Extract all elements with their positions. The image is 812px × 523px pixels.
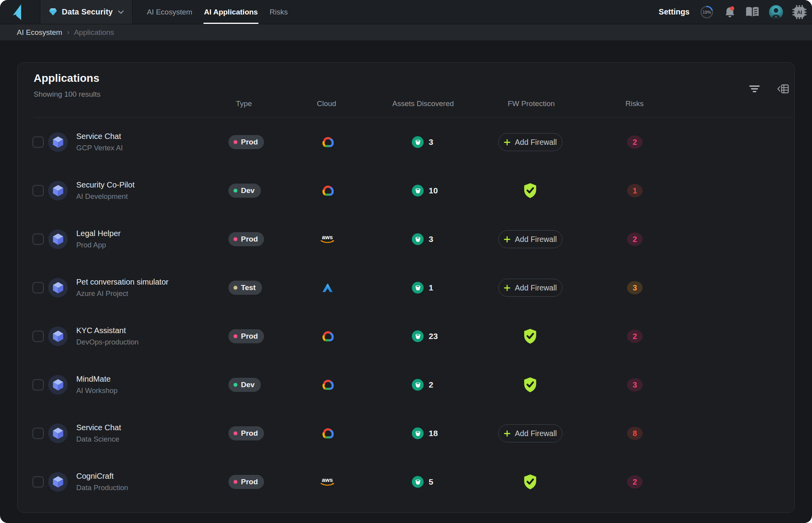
add-firewall-button[interactable]: Add Firewall bbox=[498, 424, 562, 442]
env-type-badge: Prod bbox=[228, 426, 264, 440]
table-row[interactable]: Legal Helper Prod App Prod aws 3 Add Fir… bbox=[18, 215, 794, 263]
row-checkbox[interactable] bbox=[32, 331, 44, 342]
column-header-type: Type bbox=[236, 99, 252, 108]
table-row[interactable]: Service Chat Data Science Prod 18 Add Fi… bbox=[18, 409, 794, 458]
fw-protection-cell: Add Firewall bbox=[498, 230, 565, 248]
tab-ai-ecosystem[interactable]: AI Ecosystem bbox=[147, 0, 192, 24]
results-count: Showing 100 results bbox=[34, 90, 101, 99]
row-checkbox[interactable] bbox=[32, 476, 44, 488]
notifications-bell-icon[interactable] bbox=[724, 6, 736, 18]
env-type-badge: Prod bbox=[228, 232, 264, 246]
risk-count-badge[interactable]: 3 bbox=[627, 281, 643, 294]
app-cube-icon bbox=[48, 472, 68, 492]
chevron-down-icon bbox=[118, 10, 124, 14]
env-type-dot-icon bbox=[234, 431, 237, 435]
user-avatar[interactable] bbox=[769, 5, 783, 19]
breadcrumb-current: Applications bbox=[74, 28, 114, 37]
cloud-gcp-icon bbox=[320, 379, 335, 391]
assets-cell: 2 bbox=[412, 379, 433, 391]
add-firewall-button[interactable]: Add Firewall bbox=[498, 279, 562, 297]
column-header-risks: Risks bbox=[625, 99, 643, 108]
docs-book-icon[interactable] bbox=[745, 6, 760, 18]
row-checkbox[interactable] bbox=[32, 379, 44, 391]
add-firewall-button[interactable]: Add Firewall bbox=[498, 133, 562, 151]
add-firewall-button[interactable]: Add Firewall bbox=[498, 230, 562, 248]
app-name: MindMate bbox=[76, 375, 118, 384]
env-type-label: Prod bbox=[241, 332, 258, 341]
risk-count-badge[interactable]: 3 bbox=[627, 378, 643, 391]
row-checkbox[interactable] bbox=[32, 234, 44, 245]
app-name: Security Co-Pilot bbox=[76, 180, 135, 189]
firewall-protected-icon bbox=[523, 474, 537, 490]
row-checkbox[interactable] bbox=[32, 282, 44, 294]
table-collapse-icon bbox=[777, 84, 789, 94]
breadcrumb-separator-icon: › bbox=[67, 28, 69, 36]
row-checkbox[interactable] bbox=[32, 428, 44, 439]
app-subtitle: AI Workshop bbox=[76, 386, 118, 395]
column-header-assets: Assets Discovered bbox=[392, 99, 454, 108]
usage-progress-ring[interactable]: 19% bbox=[699, 4, 715, 20]
assets-cell: 3 bbox=[412, 233, 433, 245]
app-text: Pet conversation simulator Azure AI Proj… bbox=[76, 278, 169, 298]
assets-bucket-icon bbox=[412, 282, 424, 294]
column-settings-button[interactable] bbox=[775, 82, 791, 96]
app-cube-icon bbox=[48, 375, 68, 395]
fw-protection-cell: Add Firewall bbox=[498, 424, 565, 442]
row-checkbox[interactable] bbox=[32, 137, 44, 148]
fw-protection-cell bbox=[498, 474, 565, 490]
env-type-label: Prod bbox=[241, 429, 258, 438]
risk-count-badge[interactable]: 2 bbox=[627, 330, 643, 343]
row-checkbox[interactable] bbox=[32, 185, 44, 197]
fw-protection-cell bbox=[498, 377, 565, 393]
table-row[interactable]: Security Co-Pilot AI Development Dev 10 … bbox=[18, 166, 794, 215]
app-text: CogniCraft Data Production bbox=[76, 472, 128, 492]
risk-count-badge[interactable]: 2 bbox=[627, 135, 643, 149]
app-subtitle: Data Science bbox=[76, 435, 121, 444]
topbar-actions: Settings 19% bbox=[659, 0, 812, 24]
risk-count-badge[interactable]: 8 bbox=[627, 427, 643, 440]
app-name: CogniCraft bbox=[76, 472, 128, 481]
env-type-dot-icon bbox=[234, 480, 237, 484]
breadcrumb-parent[interactable]: AI Ecosystem bbox=[17, 28, 62, 37]
env-type-badge: Prod bbox=[228, 475, 264, 489]
app-cube-icon bbox=[48, 181, 68, 200]
app-subtitle: Prod App bbox=[76, 241, 120, 249]
table-row[interactable]: CogniCraft Data Production Prod aws 5 2 bbox=[18, 458, 794, 506]
workspace-switcher[interactable]: Data Security bbox=[40, 0, 133, 24]
settings-button[interactable]: Settings bbox=[659, 7, 690, 16]
app-cube-icon bbox=[48, 424, 68, 443]
page-title: Applications bbox=[34, 72, 99, 85]
table-row[interactable]: KYC Assistant DevOps-production Prod 23 … bbox=[18, 312, 794, 361]
table-row[interactable]: Service Chat GCP Vertex AI Prod 3 Add Fi… bbox=[18, 118, 794, 166]
app-cube-icon bbox=[48, 326, 68, 346]
svg-text:aws: aws bbox=[322, 477, 333, 483]
table-row[interactable]: Pet conversation simulator Azure AI Proj… bbox=[18, 263, 794, 312]
logo-icon bbox=[11, 4, 29, 21]
risk-count-badge[interactable]: 1 bbox=[627, 184, 643, 197]
env-type-label: Prod bbox=[241, 478, 258, 486]
app-cube-icon bbox=[48, 278, 68, 298]
env-type-dot-icon bbox=[234, 383, 237, 387]
risk-count-badge[interactable]: 2 bbox=[627, 475, 643, 489]
fw-protection-cell: Add Firewall bbox=[498, 133, 565, 151]
table-row[interactable]: MindMate AI Workshop Dev 2 3 bbox=[18, 361, 794, 409]
app-logo[interactable] bbox=[0, 0, 40, 24]
assets-count: 2 bbox=[429, 380, 433, 390]
assets-cell: 3 bbox=[412, 136, 433, 148]
env-type-badge: Prod bbox=[228, 135, 264, 149]
env-type-label: Dev bbox=[241, 381, 255, 389]
fw-protection-cell: Add Firewall bbox=[498, 279, 565, 297]
tab-risks[interactable]: Risks bbox=[269, 0, 287, 24]
tab-ai-applications[interactable]: AI Applications bbox=[204, 0, 258, 24]
filter-button[interactable] bbox=[747, 83, 762, 95]
breadcrumb: AI Ecosystem › Applications bbox=[0, 24, 812, 40]
plus-icon bbox=[504, 285, 510, 291]
risk-count-badge[interactable]: 2 bbox=[627, 233, 643, 246]
assets-bucket-icon bbox=[412, 379, 424, 391]
assets-cell: 1 bbox=[412, 282, 433, 294]
ai-assistant-chip-icon[interactable]: AI bbox=[792, 5, 807, 19]
app-text: Service Chat GCP Vertex AI bbox=[76, 132, 123, 152]
env-type-dot-icon bbox=[234, 286, 237, 290]
env-type-badge: Dev bbox=[228, 378, 261, 392]
app-name: Service Chat bbox=[76, 423, 121, 432]
